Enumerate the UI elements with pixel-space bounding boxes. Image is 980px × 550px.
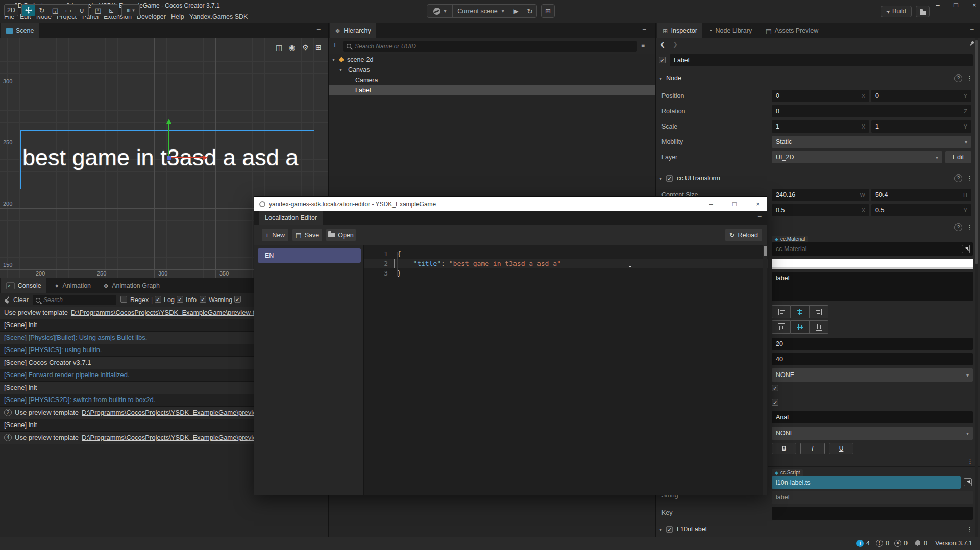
regex-checkbox[interactable] (120, 296, 127, 303)
label-checkbox-2[interactable]: ✓ (772, 399, 778, 406)
asset-picker-icon[interactable] (964, 478, 972, 486)
log-checkbox[interactable]: ✓ (155, 296, 161, 303)
collapse-icon[interactable]: ▾ (659, 176, 662, 181)
dialog-menu-icon[interactable]: ≡ (757, 214, 762, 222)
error-checkbox[interactable]: ✓ (234, 296, 241, 303)
kebab-icon[interactable]: ⋮ (966, 526, 973, 533)
grid-settings-icon[interactable]: ⊞ (315, 43, 322, 52)
camera-preview-icon[interactable]: ◉ (289, 43, 295, 52)
json-editor[interactable]: 1 2 3 { "title": "best game in t3asd a a… (364, 245, 768, 495)
console-search-input[interactable] (43, 296, 113, 304)
node-name-field[interactable]: Label (670, 54, 973, 66)
info-count-icon[interactable]: i (856, 540, 864, 547)
error-count-icon[interactable]: × (894, 540, 901, 547)
font-size-field[interactable]: 20 (772, 338, 973, 350)
align-center-button[interactable] (791, 305, 810, 318)
help-icon[interactable]: ? (954, 174, 962, 182)
tree-node-canvas[interactable]: ▾ Canvas (329, 65, 655, 75)
bell-icon[interactable] (915, 540, 920, 545)
preview-target-dropdown[interactable]: ▾ (427, 5, 452, 17)
help-icon[interactable]: ? (954, 223, 962, 231)
cache-mode-dropdown[interactable]: NONE▾ (772, 427, 973, 440)
gizmo-anchor-handle[interactable] (167, 156, 172, 160)
gizmo-y-axis[interactable] (168, 124, 169, 158)
scene-menu-icon[interactable]: ≡ (316, 27, 321, 35)
rotation-z-field[interactable]: 0Z (772, 105, 971, 117)
menu-developer[interactable]: Developer (137, 11, 166, 23)
anchor-y-field[interactable]: 0.5Y (871, 204, 971, 216)
label-checkbox-1[interactable]: ✓ (772, 385, 778, 391)
dialog-minimize-button[interactable]: – (703, 197, 719, 211)
menu-yandex-games-sdk[interactable]: Yandex.Games SDK (189, 11, 248, 23)
hierarchy-menu-icon[interactable]: ≡ (642, 27, 646, 35)
align-top-button[interactable] (772, 320, 791, 334)
l10nlabel-section-header[interactable]: ▾ ✓ L10nLabel ⋮ (656, 522, 980, 536)
layout-button[interactable]: ⊞ (541, 4, 555, 18)
tab-animation-graph[interactable]: ❖ Animation Graph (98, 278, 165, 293)
align-left-button[interactable] (772, 305, 791, 318)
scene-gear-icon[interactable]: ⚙ (302, 43, 309, 52)
scale-x-field[interactable]: 1X (772, 120, 869, 133)
warning-checkbox[interactable]: ✓ (200, 296, 206, 303)
warning-count-icon[interactable]: ! (876, 540, 883, 547)
help-icon[interactable]: ? (954, 74, 962, 82)
tab-animation[interactable]: ✦ Animation (49, 278, 96, 293)
caret-down-icon[interactable]: ▾ (339, 65, 342, 75)
underline-button[interactable]: U (829, 443, 853, 454)
anchor-x-field[interactable]: 0.5X (772, 204, 869, 216)
content-height-field[interactable]: 50.4H (871, 189, 971, 201)
content-width-field[interactable]: 240.16W (772, 189, 869, 201)
hierarchy-search[interactable] (343, 41, 637, 52)
tab-node-library[interactable]: ◔ Node Library (703, 23, 757, 38)
script-key-field[interactable] (772, 507, 973, 520)
dialog-maximize-button[interactable]: □ (727, 197, 742, 211)
font-family-field[interactable]: Arial (772, 411, 973, 423)
open-button[interactable]: Open (326, 229, 356, 241)
scene-label-text[interactable]: best game in t3asd a asd a (22, 144, 298, 171)
tab-scene[interactable]: Scene (1, 23, 39, 38)
anchor-tool-button[interactable]: ∪ (75, 5, 88, 16)
tree-node-label-selected[interactable]: Label (329, 85, 655, 95)
dialog-close-button[interactable]: × (750, 197, 766, 211)
pivot-button[interactable]: ◳ (91, 5, 105, 16)
overflow-dropdown[interactable]: NONE▾ (772, 368, 973, 382)
kebab-icon[interactable]: ⋮ (967, 457, 973, 465)
inspector-scrollbar[interactable] (975, 38, 978, 537)
scale-y-field[interactable]: 1Y (871, 120, 971, 133)
new-button[interactable]: +New (262, 229, 288, 241)
scale-tool-button[interactable]: ◱ (48, 5, 62, 16)
tab-console[interactable]: >_ Console (1, 278, 46, 293)
layer-edit-button[interactable]: Edit (945, 151, 971, 163)
clear-button[interactable]: Clear (13, 296, 29, 304)
maximize-button[interactable]: □ (949, 0, 963, 10)
refresh-scene-button[interactable]: ↻ (523, 5, 536, 17)
menu-help[interactable]: Help (171, 11, 184, 23)
color-swatch[interactable] (772, 259, 973, 269)
info-checkbox[interactable]: ✓ (177, 296, 183, 303)
language-item-en[interactable]: EN (258, 248, 361, 263)
scene-select-dropdown[interactable]: Current scene ▾ (453, 5, 509, 17)
material-field[interactable]: cc.Material (772, 242, 973, 256)
rotation-mode-button[interactable]: ⊾ (105, 5, 118, 16)
kebab-icon[interactable]: ⋮ (966, 174, 973, 182)
script-string-field[interactable]: label (772, 491, 973, 504)
align-bottom-button[interactable] (810, 320, 828, 334)
position-y-field[interactable]: 0Y (871, 90, 971, 102)
console-search[interactable] (33, 295, 116, 305)
line-height-field[interactable]: 40 (772, 353, 973, 365)
add-node-button[interactable]: + (333, 41, 337, 49)
kebab-icon[interactable]: ⋮ (966, 74, 973, 82)
italic-button[interactable]: I (800, 443, 825, 454)
hierarchy-search-input[interactable] (355, 43, 633, 50)
hierarchy-list-options-icon[interactable]: ≡ (641, 42, 645, 49)
position-x-field[interactable]: 0X (772, 90, 869, 102)
editor-scrollbar[interactable] (763, 245, 767, 495)
mobility-dropdown[interactable]: Static▾ (772, 136, 971, 148)
rect-tool-button[interactable]: ▭ (62, 5, 75, 16)
node-active-checkbox[interactable]: ✓ (659, 57, 666, 63)
label-string-textarea[interactable]: label (772, 272, 973, 301)
kebab-icon[interactable]: ⋮ (966, 223, 973, 231)
open-project-folder-button[interactable] (916, 6, 930, 17)
tab-inspector[interactable]: ⊞ Inspector (657, 23, 702, 38)
nav-back-icon[interactable]: ❮ (660, 41, 665, 48)
